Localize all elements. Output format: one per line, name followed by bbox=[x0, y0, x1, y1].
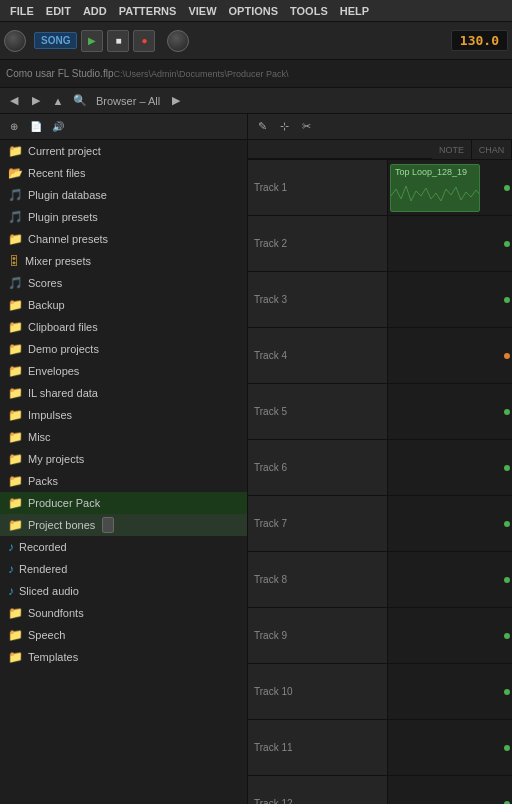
table-row: Track 1 Top Loop_128_19 bbox=[248, 160, 512, 216]
track-7-info: Track 7 bbox=[248, 496, 388, 551]
browser-path-label: Browser – All bbox=[92, 95, 164, 107]
track-4-name: Track 4 bbox=[254, 350, 287, 361]
menu-file[interactable]: FILE bbox=[4, 3, 40, 19]
table-row: Track 5 bbox=[248, 384, 512, 440]
menu-bar: FILE EDIT ADD PATTERNS VIEW OPTIONS TOOL… bbox=[0, 0, 512, 22]
track-1-info: Track 1 bbox=[248, 160, 388, 215]
track-1-content[interactable]: Top Loop_128_19 bbox=[388, 160, 512, 215]
browser-item-mixer-presets[interactable]: 🎛 Mixer presets bbox=[0, 250, 247, 272]
track-7-dot bbox=[504, 521, 510, 527]
track-12-content[interactable] bbox=[388, 776, 512, 804]
browser-item-demo-projects[interactable]: 📁 Demo projects bbox=[0, 338, 247, 360]
record-button[interactable]: ● bbox=[133, 30, 155, 52]
clip-top-loop[interactable]: Top Loop_128_19 bbox=[390, 164, 480, 212]
menu-edit[interactable]: EDIT bbox=[40, 3, 77, 19]
track-6-content[interactable] bbox=[388, 440, 512, 495]
table-row: Track 11 bbox=[248, 720, 512, 776]
title-bar: Como usar FL Studio.flp C:\Users\Admin\D… bbox=[0, 60, 512, 88]
track-11-info: Track 11 bbox=[248, 720, 388, 775]
browser-item-envelopes[interactable]: 📁 Envelopes bbox=[0, 360, 247, 382]
browser-item-channel-presets[interactable]: 📁 Channel presets bbox=[0, 228, 247, 250]
playlist-toolbar: ✎ ⊹ ✂ bbox=[248, 114, 512, 140]
track-10-content[interactable] bbox=[388, 664, 512, 719]
track-10-dot bbox=[504, 689, 510, 695]
track-11-content[interactable] bbox=[388, 720, 512, 775]
rendered-icon: ♪ bbox=[8, 562, 14, 576]
browser-item-recorded[interactable]: ♪ Recorded bbox=[0, 536, 247, 558]
track-8-content[interactable] bbox=[388, 552, 512, 607]
nav-right-button[interactable]: ▶ bbox=[166, 91, 186, 111]
nav-forward-button[interactable]: ▶ bbox=[26, 91, 46, 111]
project-bones-label: Project bones bbox=[28, 519, 95, 531]
track-8-dot bbox=[504, 577, 510, 583]
browser-item-scores[interactable]: 🎵 Scores bbox=[0, 272, 247, 294]
track-4-dot bbox=[504, 353, 510, 359]
browser-item-current-project[interactable]: 📁 Current project bbox=[0, 140, 247, 162]
track-9-content[interactable] bbox=[388, 608, 512, 663]
browser-item-plugin-presets[interactable]: 🎵 Plugin presets bbox=[0, 206, 247, 228]
browser-item-templates[interactable]: 📁 Templates bbox=[0, 646, 247, 668]
table-row: Track 6 bbox=[248, 440, 512, 496]
misc-icon: 📁 bbox=[8, 430, 23, 444]
channel-presets-label: Channel presets bbox=[28, 233, 108, 245]
playlist-tool-erase[interactable]: ✂ bbox=[296, 117, 316, 137]
browser-item-misc[interactable]: 📁 Misc bbox=[0, 426, 247, 448]
browser-item-soundfonts[interactable]: 📁 Soundfonts bbox=[0, 602, 247, 624]
master-pitch-knob[interactable] bbox=[167, 30, 189, 52]
play-button[interactable]: ▶ bbox=[81, 30, 103, 52]
playlist-tool-select[interactable]: ⊹ bbox=[274, 117, 294, 137]
browser-item-rendered[interactable]: ♪ Rendered bbox=[0, 558, 247, 580]
browser-icon-btn2[interactable]: 📄 bbox=[26, 117, 46, 137]
browser-item-impulses[interactable]: 📁 Impulses bbox=[0, 404, 247, 426]
track-6-dot bbox=[504, 465, 510, 471]
browser-item-recent-files[interactable]: 📂 Recent files bbox=[0, 162, 247, 184]
track-2-dot bbox=[504, 241, 510, 247]
menu-tools[interactable]: TOOLS bbox=[284, 3, 334, 19]
menu-options[interactable]: OPTIONS bbox=[223, 3, 285, 19]
browser-item-project-bones[interactable]: 📁 Project bones bbox=[0, 514, 247, 536]
browser-icon-btn3[interactable]: 🔊 bbox=[48, 117, 68, 137]
browser-item-backup[interactable]: 📁 Backup bbox=[0, 294, 247, 316]
song-mode-label[interactable]: SONG bbox=[34, 32, 77, 49]
mixer-presets-label: Mixer presets bbox=[25, 255, 91, 267]
bpm-display[interactable]: 130.0 bbox=[451, 30, 508, 51]
templates-icon: 📁 bbox=[8, 650, 23, 664]
nav-up-button[interactable]: ▲ bbox=[48, 91, 68, 111]
table-row: Track 2 bbox=[248, 216, 512, 272]
playlist-tool-draw[interactable]: ✎ bbox=[252, 117, 272, 137]
speech-label: Speech bbox=[28, 629, 65, 641]
track-7-content[interactable] bbox=[388, 496, 512, 551]
track-11-dot bbox=[504, 745, 510, 751]
track-4-content[interactable] bbox=[388, 328, 512, 383]
browser-search-icon[interactable]: 🔍 bbox=[70, 91, 90, 111]
track-8-info: Track 8 bbox=[248, 552, 388, 607]
menu-patterns[interactable]: PATTERNS bbox=[113, 3, 183, 19]
browser-toolbar: ⊕ 📄 🔊 bbox=[0, 114, 247, 140]
browser-item-il-shared-data[interactable]: 📁 IL shared data bbox=[0, 382, 247, 404]
backup-icon: 📁 bbox=[8, 298, 23, 312]
clipboard-files-icon: 📁 bbox=[8, 320, 23, 334]
nav-back-button[interactable]: ◀ bbox=[4, 91, 24, 111]
packs-icon: 📁 bbox=[8, 474, 23, 488]
browser-item-sliced-audio[interactable]: ♪ Sliced audio bbox=[0, 580, 247, 602]
table-row: Track 4 bbox=[248, 328, 512, 384]
browser-item-packs[interactable]: 📁 Packs bbox=[0, 470, 247, 492]
misc-label: Misc bbox=[28, 431, 51, 443]
plugin-presets-icon: 🎵 bbox=[8, 210, 23, 224]
browser-icon-btn1[interactable]: ⊕ bbox=[4, 117, 24, 137]
master-volume-knob[interactable] bbox=[4, 30, 26, 52]
stop-button[interactable]: ■ bbox=[107, 30, 129, 52]
track-2-content[interactable] bbox=[388, 216, 512, 271]
browser-item-my-projects[interactable]: 📁 My projects bbox=[0, 448, 247, 470]
browser-item-speech[interactable]: 📁 Speech bbox=[0, 624, 247, 646]
menu-help[interactable]: HELP bbox=[334, 3, 375, 19]
track-3-content[interactable] bbox=[388, 272, 512, 327]
browser-item-plugin-database[interactable]: 🎵 Plugin database bbox=[0, 184, 247, 206]
my-projects-icon: 📁 bbox=[8, 452, 23, 466]
menu-add[interactable]: ADD bbox=[77, 3, 113, 19]
browser-item-clipboard-files[interactable]: 📁 Clipboard files bbox=[0, 316, 247, 338]
track-3-name: Track 3 bbox=[254, 294, 287, 305]
track-5-content[interactable] bbox=[388, 384, 512, 439]
browser-item-producer-pack[interactable]: 📁 Producer Pack bbox=[0, 492, 247, 514]
menu-view[interactable]: VIEW bbox=[182, 3, 222, 19]
